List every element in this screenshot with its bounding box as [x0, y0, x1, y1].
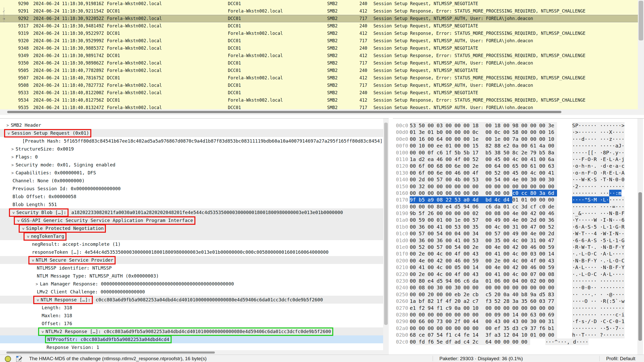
hex-byte[interactable]: bf — [419, 298, 428, 304]
hex-row[interactable]: 0270e1f294f1c90a00100000000000000000····… — [393, 305, 644, 311]
hex-byte[interactable]: 69 — [548, 311, 557, 318]
hex-byte[interactable]: 00 — [521, 311, 530, 318]
hex-byte[interactable]: 00 — [410, 176, 419, 183]
hex-row[interactable]: 01d000360036004100530035004c00310047·6·6… — [393, 237, 644, 244]
hex-row[interactable]: 018000000080e4d59406c6da01cc3dcfc0de····… — [393, 203, 644, 210]
hex-byte[interactable]: 10 — [472, 305, 481, 311]
hex-byte[interactable]: 4c — [512, 257, 521, 264]
hex-byte[interactable]: 52 — [548, 223, 557, 230]
hex-byte[interactable]: 00 — [410, 284, 419, 291]
hex-byte[interactable]: 00 — [410, 230, 419, 237]
hex-row[interactable]: 00d0013e01b00000000c000c005800000016·>··… — [393, 129, 644, 135]
tree-row[interactable]: >Session Setup Request (0x01) — [0, 129, 388, 137]
hex-byte[interactable]: 00 — [548, 196, 557, 203]
hex-byte[interactable]: 00 — [410, 149, 419, 156]
hex-byte[interactable]: cc — [512, 203, 521, 210]
hex-byte[interactable]: 00 — [410, 203, 419, 210]
hex-byte[interactable]: 00 — [437, 190, 446, 196]
expander-icon[interactable]: > — [35, 298, 41, 302]
tree-row[interactable]: >negTokenTarg — [0, 232, 388, 240]
hex-byte[interactable]: 57 — [437, 176, 446, 183]
hex-byte[interactable]: 82 — [481, 142, 494, 149]
hex-byte[interactable]: 00 — [503, 217, 512, 223]
hex-byte[interactable]: d4 — [503, 196, 512, 203]
hex-byte[interactable]: 00 — [539, 271, 548, 278]
hex-byte[interactable]: 00 — [454, 183, 463, 190]
hex-row[interactable]: 02500000200000eb2ecbc5200a40b89ad583·· ·… — [393, 291, 644, 298]
hex-byte[interactable]: 42 — [437, 257, 446, 264]
hex-byte[interactable]: 8a — [548, 149, 557, 156]
hex-byte[interactable]: 04 — [512, 278, 521, 284]
hex-byte[interactable]: 35 — [503, 325, 512, 332]
hex-byte[interactable]: 02 — [472, 210, 481, 217]
hex-byte[interactable]: c7 — [472, 298, 481, 304]
hex-byte[interactable]: 54 — [437, 332, 446, 338]
hex-byte[interactable]: 00 — [463, 264, 472, 271]
hex-byte[interactable]: 1a — [410, 156, 419, 163]
hex-byte[interactable]: 43 — [548, 257, 557, 264]
hex-byte[interactable]: 01 — [446, 142, 454, 149]
hex-byte[interactable]: 01 — [428, 129, 437, 135]
hex-byte[interactable]: 08 — [548, 271, 557, 278]
hex-byte[interactable]: 4b — [454, 176, 463, 183]
hex-byte[interactable]: 50 — [419, 122, 428, 129]
hex-byte[interactable]: 46 — [530, 244, 539, 250]
hex-byte[interactable]: 00 — [463, 284, 472, 291]
hex-byte[interactable]: 46 — [530, 264, 539, 271]
hex-byte[interactable]: 04 — [454, 230, 463, 237]
packet-row[interactable]: 95072024-06-24 11:18:40,781675ZDCC01Fore… — [0, 74, 644, 82]
hex-byte[interactable]: 00 — [410, 311, 419, 318]
hex-byte[interactable]: 52 — [494, 298, 503, 304]
hex-byte[interactable]: 00 — [446, 190, 454, 196]
hex-byte[interactable]: 05 — [454, 264, 463, 271]
hex-byte[interactable]: 00 — [419, 203, 428, 210]
hex-byte[interactable]: a9 — [428, 196, 437, 203]
tree-row[interactable]: >SMB2 Header — [0, 121, 388, 129]
hex-byte[interactable]: 00 — [503, 237, 512, 244]
hex-byte[interactable]: 2c — [472, 338, 481, 345]
hex-byte[interactable]: de — [548, 203, 557, 210]
hex-byte[interactable]: b5 — [539, 149, 548, 156]
hex-byte[interactable]: 2e — [494, 257, 503, 264]
hex-row[interactable]: 02601abf821f4f20a2c7f352283a35600377····… — [393, 298, 644, 304]
hex-byte[interactable]: 00 — [481, 264, 494, 271]
hex-byte[interactable]: 68 — [437, 163, 446, 169]
hex-byte[interactable]: 00 — [539, 169, 548, 176]
hex-byte[interactable]: 00 — [521, 122, 530, 129]
hex-byte[interactable]: 00 — [463, 230, 472, 237]
hex-byte[interactable]: 46 — [437, 156, 446, 163]
hex-byte[interactable]: 00 — [463, 223, 472, 230]
tree-row[interactable]: Blob Length: 551 — [0, 200, 388, 208]
hex-byte[interactable]: d2 — [419, 156, 428, 163]
hex-byte[interactable]: 00 — [428, 318, 437, 325]
detail-hscrollbar[interactable] — [0, 350, 389, 355]
packet-row[interactable]: 95342024-06-24 11:18:40,812756ZDCC01Fore… — [0, 97, 644, 104]
hex-byte[interactable]: 08 — [494, 210, 503, 217]
expander-icon[interactable]: > — [10, 161, 15, 169]
hex-byte[interactable]: 00 — [410, 318, 419, 325]
expander-icon[interactable]: > — [10, 211, 16, 215]
hex-byte[interactable]: 00 — [428, 223, 437, 230]
hex-byte[interactable]: 65 — [512, 163, 521, 169]
hex-byte[interactable]: 00 — [539, 237, 548, 244]
tree-row[interactable]: >Flags: 0 — [0, 153, 388, 161]
hex-byte[interactable]: 00 — [539, 278, 548, 284]
hex-byte[interactable]: 00 — [428, 122, 437, 129]
hex-byte[interactable]: 0a — [454, 305, 463, 311]
status-profile[interactable]: Profil: Default — [606, 356, 635, 361]
hex-row[interactable]: 00c05350000300000018001800980000003eSP··… — [393, 122, 644, 129]
hex-byte[interactable]: 2e — [521, 149, 530, 156]
hex-byte[interactable]: 4f — [530, 257, 539, 264]
tree-row[interactable]: Maxlen: 318 — [0, 312, 388, 320]
hex-byte[interactable]: 00 — [463, 169, 472, 176]
packet-row[interactable]: 95352024-06-24 11:18:40,813247ZForela-Wk… — [0, 104, 644, 109]
hex-byte[interactable]: 12 — [503, 332, 512, 338]
hex-byte[interactable]: 00 — [446, 325, 454, 332]
hex-byte[interactable]: fe — [463, 332, 472, 338]
hex-byte[interactable]: 00 — [446, 311, 454, 318]
hex-byte[interactable]: 00 — [539, 318, 548, 325]
hex-byte[interactable]: cb — [472, 291, 481, 298]
packet-row[interactable]: 95052024-06-24 11:18:40,778289ZForela-Wk… — [0, 67, 644, 74]
hex-byte[interactable]: 00 — [503, 176, 512, 183]
hex-byte[interactable]: 00 — [503, 278, 512, 284]
